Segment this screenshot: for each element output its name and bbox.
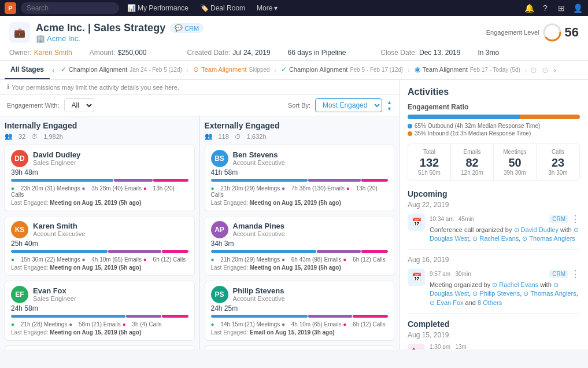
page-title: Acme Inc. | Sales Strategy	[36, 22, 165, 34]
engagement-with-select[interactable]: All	[64, 98, 94, 112]
stage-arrow-3: ›	[406, 67, 411, 73]
created-date: Jul 24, 2019	[232, 49, 270, 57]
more-stages[interactable]: ⊙	[528, 65, 539, 75]
last-engaged: Last Engaged: Email on Aug 15, 2019 (3h …	[211, 329, 389, 336]
nav-my-performance[interactable]: 📊 My Performance	[124, 4, 192, 12]
check-icon: ✓	[61, 65, 66, 73]
list-item: KS Karen Smith Account Executive 25h 40m	[5, 216, 195, 276]
stage-next[interactable]: ›	[551, 62, 559, 78]
stats-grid: Total 132 51h 50m Emails 82 12h 20m Meet…	[408, 143, 580, 181]
engagement-ratio-bar	[408, 115, 580, 119]
completed-section: Completed Aug 15, 2019 📞 1:30 pm 13m Cal…	[408, 319, 580, 349]
check-icon-2: ✓	[281, 65, 287, 73]
people-icon-ext: 👥	[205, 133, 213, 140]
last-engaged: Last Engaged: Meeting on Aug 15, 2019 (5…	[211, 264, 389, 271]
person-metrics: ● 14h 15m (21) Meetings ● 4h 10m (65) Em…	[211, 321, 389, 327]
person-name[interactable]: Evan Fox	[33, 286, 76, 295]
person-name[interactable]: Karen Smith	[33, 222, 86, 230]
person-title: Account Executive	[233, 230, 286, 237]
list-item: EF Evan Fox Sales Engineer 24h 58m ● 21h	[5, 281, 195, 341]
owner-value[interactable]: Karen Smith	[34, 49, 72, 57]
help-icon[interactable]: ?	[539, 2, 551, 14]
more-attendees-link[interactable]: 8 Others	[478, 299, 502, 306]
attendee-link-4[interactable]: ⊙ Thomas Anglers	[523, 290, 576, 297]
calendar-icon-2: 📅	[408, 268, 425, 286]
upcoming-title: Upcoming	[408, 189, 580, 198]
stage-tab-4[interactable]: ◉ Team Alignment Feb 17 - Today (5d)	[411, 61, 524, 79]
more-options-button[interactable]: ⋮	[571, 214, 580, 225]
info-icon: ℹ	[7, 83, 9, 91]
avatar: KS	[11, 221, 28, 238]
stage-tab-3[interactable]: ✓ Champion Alignment Feb 5 - Feb 17 (12d…	[278, 61, 406, 79]
person-title: Account Executive	[233, 295, 286, 302]
attendee-link-5[interactable]: ⊙ Evan Fox	[430, 299, 464, 306]
clock-icon: ⏱	[31, 133, 38, 140]
avatar: AP	[211, 221, 228, 238]
people-icon: 👥	[5, 133, 13, 140]
more-stages-2[interactable]: ⊙	[539, 65, 551, 75]
notifications-icon[interactable]: 🔔	[523, 2, 535, 14]
organizer-link-2[interactable]: ⊙ Rachel Evans	[492, 281, 538, 288]
sort-toggle[interactable]: ▲ ▼	[387, 100, 392, 112]
stage-arrow: ›	[186, 67, 190, 73]
attendee-link[interactable]: ⊙ Rachel Evans	[472, 235, 519, 242]
list-item: BJ Ben James Sales Development Represent…	[5, 345, 195, 349]
deal-icon: 🏷️	[200, 4, 209, 12]
top-nav: P 📊 My Performance 🏷️ Deal Room More ▾ 🔔…	[0, 0, 588, 16]
crm-badge: 💬 CRM	[170, 23, 204, 33]
internally-engaged-stats: 👥 32 ⏱ 1,982h	[5, 133, 195, 140]
content-area: ℹ Your permissions may limit the activit…	[0, 80, 588, 349]
page-header: 💼 Acme Inc. | Sales Strategy 💬 CRM 🏢 Acm…	[0, 16, 588, 61]
avatar: EF	[11, 286, 28, 303]
left-panel: ℹ Your permissions may limit the activit…	[0, 80, 399, 349]
filter-bar: ℹ Your permissions may limit the activit…	[0, 80, 399, 95]
more-options-button-2[interactable]: ⋮	[571, 268, 580, 279]
activity-meta-2: 9:57 am 30min CRM ⋮	[430, 268, 580, 279]
list-item: PS Philip Stevens Account Executive 24h …	[205, 281, 395, 341]
inbound-dot	[408, 131, 412, 136]
person-time: 24h 58m	[11, 304, 188, 312]
ratio-legend: 65% Outbound (4h 32m Median Response Tim…	[408, 123, 580, 137]
acme-link[interactable]: 🏢 Acme Inc.	[36, 34, 204, 43]
tab-all-stages[interactable]: All Stages	[5, 61, 50, 79]
created-label: Created Date:	[187, 49, 230, 57]
person-name[interactable]: Philip Stevens	[233, 286, 286, 295]
last-engaged: Last Engaged: Meeting on Aug 15, 2019 (5…	[11, 264, 188, 271]
crm-icon: 💬	[175, 24, 183, 32]
person-name[interactable]: Ben Stevens	[233, 150, 286, 159]
chevron-down-icon: ▾	[274, 4, 278, 12]
person-title: Sales Engineer	[33, 159, 80, 166]
last-engaged: Last Engaged: Meeting on Aug 15, 2019 (5…	[11, 200, 188, 206]
stage-tab-1[interactable]: ✓ Champion Alignment Jan 24 - Feb 5 (12d…	[57, 61, 186, 79]
nav-more[interactable]: More ▾	[253, 4, 281, 12]
person-metrics: ● 23h 20m (31) Meetings ● 3h 28m (40) Em…	[11, 185, 188, 198]
organizer-link[interactable]: ⊙ David Dudley	[514, 226, 559, 233]
stat-total: Total 132 51h 50m	[408, 144, 451, 181]
apps-icon[interactable]: ⊞	[556, 2, 567, 14]
sort-by-label: Sort By:	[288, 102, 310, 109]
stage-arrow-2: ›	[273, 67, 278, 73]
attendee-link[interactable]: ⊙ Thomas Anglers	[522, 235, 575, 242]
person-name[interactable]: Amanda Pines	[233, 222, 286, 230]
stage-tab-2[interactable]: ⊙ Team Alignment Skipped	[190, 61, 273, 79]
stage-prev[interactable]: ‹	[50, 62, 57, 78]
person-metrics: ● 21h (28) Meetings ● 58m (21) Emails ● …	[11, 321, 188, 327]
avatar[interactable]: 👤	[572, 2, 583, 14]
person-metrics: ● 21h 20m (29) Meetings ● 7h 38m (130) E…	[211, 185, 389, 198]
activities-title: Activities	[408, 87, 580, 97]
phone-icon: 📞	[408, 344, 425, 349]
externally-engaged-title: Externally Engaged	[205, 121, 395, 130]
logo: P	[5, 2, 16, 14]
person-name[interactable]: David Dudley	[33, 150, 80, 159]
search-input[interactable]	[21, 2, 119, 14]
engagement-columns: Internally Engaged 👥 32 ⏱ 1,982h DD Davi…	[0, 116, 399, 349]
nav-deal-room[interactable]: 🏷️ Deal Room	[197, 4, 249, 12]
last-engaged: Last Engaged: Meeting on Aug 15, 2019 (5…	[211, 200, 389, 206]
person-time: 24h 25m	[211, 304, 389, 312]
sort-by-select[interactable]: Most Engaged	[315, 98, 382, 112]
attendee-link-3[interactable]: ⊙ Philip Stevens	[472, 290, 520, 297]
avatar: DD	[11, 150, 28, 167]
completed-date: Aug 15, 2019	[408, 331, 580, 339]
stage-tabs: All Stages ‹ ✓ Champion Alignment Jan 24…	[0, 61, 588, 80]
engagement-level: Engagement Level 56	[486, 23, 579, 42]
